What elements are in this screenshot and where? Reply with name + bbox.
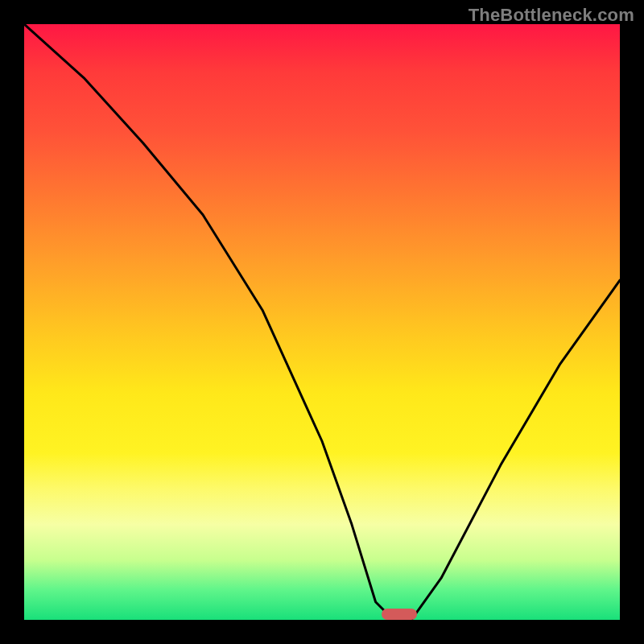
chart-frame: TheBottleneck.com (0, 0, 644, 644)
optimal-marker (382, 609, 417, 620)
bottleneck-curve (24, 24, 620, 620)
plot-area (24, 24, 620, 620)
attribution-text: TheBottleneck.com (469, 5, 634, 26)
